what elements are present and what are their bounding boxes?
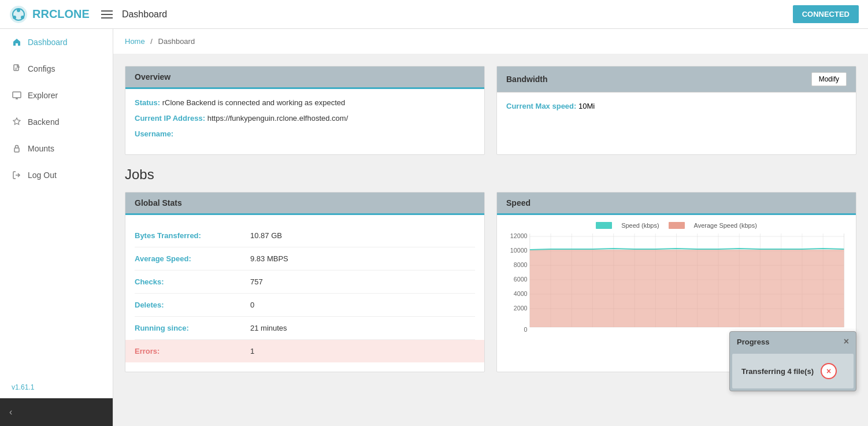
- svg-text:10000: 10000: [510, 247, 528, 254]
- ip-value: https://funkypenguin.rclone.elfhosted.co…: [207, 114, 348, 123]
- progress-transfer-text: Transferring 4 file(s): [741, 367, 814, 376]
- username-field: Username:: [135, 129, 475, 138]
- svg-rect-6: [13, 92, 21, 98]
- file-icon: [12, 64, 22, 74]
- stat-row: Running since:21 minutes: [135, 317, 475, 340]
- logout-icon: [12, 170, 22, 180]
- overview-card: Overview Status: rClone Backend is conne…: [125, 66, 485, 155]
- sidebar-item-explorer[interactable]: Explorer: [0, 82, 113, 109]
- rclone-logo-icon: [9, 5, 28, 24]
- stat-label: Deletes:: [135, 301, 250, 309]
- progress-cancel-button[interactable]: ×: [821, 363, 837, 379]
- stat-value: 1: [250, 347, 254, 355]
- progress-close-button[interactable]: ×: [844, 336, 849, 347]
- topbar: RRCLONE Dashboard CONNECTED: [0, 0, 868, 29]
- ip-label: Current IP Address:: [135, 114, 205, 123]
- speed-chart-svg: 12000 10000 8000 6000 4000 2000 0: [504, 234, 849, 338]
- collapse-icon[interactable]: ‹: [9, 407, 12, 417]
- stat-label: Average Speed:: [135, 254, 250, 263]
- overview-body: Status: rClone Backend is connected and …: [125, 89, 484, 154]
- avg-legend-label: Average Speed (kbps): [694, 222, 757, 229]
- chart-legend: Speed (kbps) Average Speed (kbps): [504, 222, 849, 229]
- breadcrumb-current: Dashboard: [158, 37, 195, 46]
- speed-chart-area: Speed (kbps) Average Speed (kbps) 12000 …: [497, 215, 856, 344]
- global-stats-card: Global Stats Bytes Transferred:10.87 GBA…: [125, 192, 485, 372]
- sidebar-item-dashboard[interactable]: Dashboard: [0, 29, 113, 55]
- sidebar-version: v1.61.1: [0, 376, 113, 398]
- stat-label: Errors:: [135, 347, 250, 355]
- jobs-title: Jobs: [125, 166, 856, 183]
- sidebar-label-configs: Configs: [28, 64, 55, 73]
- speed-header: Speed: [497, 192, 856, 215]
- topbar-page-title: Dashboard: [122, 9, 167, 20]
- sidebar-item-mounts[interactable]: Mounts: [0, 135, 113, 162]
- speed-legend-label: Speed (kbps): [621, 222, 659, 229]
- logo-text: RRCLONE: [32, 8, 90, 21]
- stat-row: Deletes:0: [135, 294, 475, 317]
- username-label: Username:: [135, 129, 173, 138]
- ip-field: Current IP Address: https://funkypenguin…: [135, 114, 475, 123]
- stat-row: Average Speed:9.83 MBPS: [135, 247, 475, 271]
- progress-title: Progress: [737, 338, 769, 346]
- sidebar-label-explorer: Explorer: [28, 91, 58, 100]
- bandwidth-header: Bandwidth Modify: [497, 66, 856, 92]
- lock-icon: [12, 143, 22, 154]
- stat-label: Bytes Transferred:: [135, 231, 250, 240]
- modify-button[interactable]: Modify: [811, 72, 847, 86]
- home-icon: [12, 37, 22, 47]
- svg-text:12000: 12000: [510, 234, 528, 239]
- stat-row: Errors:1: [125, 340, 484, 362]
- current-max-field: Current Max speed: 10Mi: [506, 102, 847, 110]
- monitor-icon: [12, 90, 22, 101]
- breadcrumb-separator: /: [150, 37, 153, 46]
- global-stats-header: Global Stats: [125, 192, 484, 215]
- sidebar-item-backend[interactable]: Backend: [0, 109, 113, 135]
- speed-chart-container: 12000 10000 8000 6000 4000 2000 0: [504, 234, 849, 338]
- svg-point-3: [21, 16, 24, 19]
- progress-header: Progress ×: [730, 332, 856, 351]
- svg-rect-38: [530, 250, 844, 327]
- sidebar-label-logout: Log Out: [28, 171, 57, 180]
- stat-value: 0: [250, 301, 254, 309]
- stat-row: Bytes Transferred:10.87 GB: [135, 224, 475, 247]
- sidebar-item-configs[interactable]: Configs: [0, 55, 113, 82]
- stat-value: 757: [250, 277, 263, 286]
- stat-value: 9.83 MBPS: [250, 254, 288, 263]
- svg-text:2000: 2000: [514, 305, 528, 312]
- hamburger-menu[interactable]: [101, 10, 113, 18]
- status-field: Status: rClone Backend is connected and …: [135, 98, 475, 107]
- svg-text:6000: 6000: [514, 276, 528, 283]
- sidebar-collapse-strip[interactable]: ‹: [0, 398, 113, 426]
- status-label: Status:: [135, 98, 160, 107]
- stat-row: Checks:757: [135, 271, 475, 294]
- svg-point-4: [13, 16, 16, 19]
- stat-value: 10.87 GB: [250, 231, 282, 240]
- overview-header: Overview: [125, 66, 484, 89]
- global-stats-body: Bytes Transferred:10.87 GBAverage Speed:…: [125, 215, 484, 372]
- sidebar-label-backend: Backend: [28, 117, 59, 127]
- logo-area: RRCLONE: [9, 5, 90, 24]
- current-max-label: Current Max speed:: [506, 102, 576, 110]
- svg-point-2: [17, 9, 20, 12]
- current-max-value: 10Mi: [578, 102, 595, 110]
- progress-popup: Progress × Transferring 4 file(s) ×: [729, 331, 856, 391]
- bandwidth-title: Bandwidth: [506, 75, 548, 84]
- stat-value: 21 minutes: [250, 324, 287, 332]
- speed-legend-color: [596, 222, 612, 229]
- sidebar-label-dashboard: Dashboard: [28, 38, 68, 47]
- status-value: rClone Backend is connected and working …: [162, 98, 346, 107]
- connected-button[interactable]: CONNECTED: [793, 5, 859, 23]
- progress-content: Transferring 4 file(s) ×: [741, 363, 844, 379]
- progress-cancel-icon: ×: [826, 366, 831, 376]
- breadcrumb: Home / Dashboard: [113, 29, 868, 54]
- svg-text:0: 0: [524, 327, 528, 333]
- breadcrumb-home[interactable]: Home: [125, 37, 145, 46]
- svg-text:8000: 8000: [514, 262, 528, 268]
- top-row: Overview Status: rClone Backend is conne…: [125, 66, 856, 155]
- sidebar-label-mounts: Mounts: [28, 144, 54, 153]
- sidebar-item-logout[interactable]: Log Out: [0, 162, 113, 188]
- stat-label: Running since:: [135, 324, 250, 332]
- avg-legend-color: [669, 222, 685, 229]
- bandwidth-card: Bandwidth Modify Current Max speed: 10Mi: [496, 66, 856, 155]
- sidebar: Dashboard Configs Explorer: [0, 29, 113, 426]
